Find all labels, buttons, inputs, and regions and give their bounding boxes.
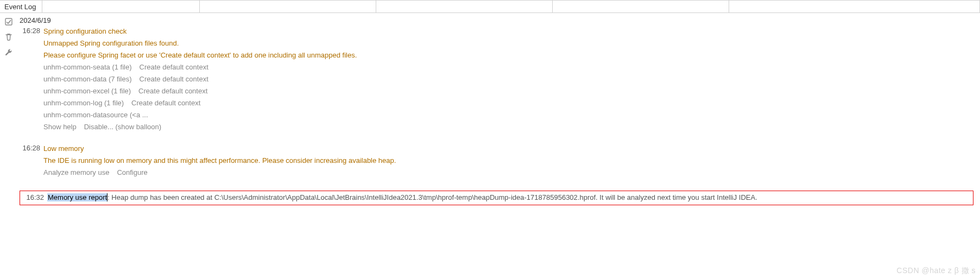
- log-time: 16:28: [20, 26, 40, 35]
- log-line: Please configure Spring facet or use 'Cr…: [43, 49, 977, 61]
- tabbar-spacer: [729, 1, 980, 12]
- module-name: unhm-common-log (1 file): [43, 98, 124, 108]
- svg-rect-0: [5, 18, 12, 25]
- mark-read-icon[interactable]: [4, 17, 13, 26]
- tabbar-spacer: [553, 1, 729, 12]
- create-context-link[interactable]: Create default context: [131, 98, 200, 108]
- module-name: unhm-common-data (7 files): [43, 74, 132, 84]
- module-name: unhm-common-excel (1 file): [43, 86, 131, 96]
- create-context-link[interactable]: Create default context: [138, 86, 207, 96]
- configure-link[interactable]: Configure: [117, 168, 147, 178]
- create-context-link[interactable]: Create default context: [140, 74, 208, 84]
- wrench-icon[interactable]: [4, 48, 13, 56]
- spacer: [20, 133, 977, 143]
- show-help-link[interactable]: Show help: [43, 122, 77, 132]
- module-row: unhm-common-seata (1 file) Create defaul…: [43, 61, 977, 73]
- log-entry: 16:28 Spring configuration check Unmappe…: [20, 26, 977, 133]
- spacer: [20, 179, 977, 188]
- tabbar-spacer: [376, 1, 553, 12]
- selected-text[interactable]: Memory use report: [47, 193, 108, 201]
- entry-actions: Show help Disable... (show balloon): [43, 121, 977, 133]
- disable-link[interactable]: Disable... (show balloon): [84, 122, 161, 132]
- analyze-memory-link[interactable]: Analyze memory use: [43, 168, 109, 178]
- log-line: Unmapped Spring configuration files foun…: [43, 37, 977, 49]
- module-row: unhm-common-log (1 file) Create default …: [43, 97, 977, 109]
- module-row: unhm-common-excel (1 file) Create defaul…: [43, 85, 977, 97]
- tool-window-gutter: [0, 13, 17, 278]
- event-log-content[interactable]: 2024/6/19 16:28 Spring configuration che…: [17, 13, 980, 278]
- create-context-link[interactable]: Create default context: [140, 62, 208, 72]
- trash-icon[interactable]: [4, 33, 13, 41]
- log-date: 2024/6/19: [20, 15, 977, 26]
- log-title: Spring configuration check: [43, 26, 977, 37]
- tabbar-spacer: [42, 1, 200, 12]
- log-time: 16:32: [23, 193, 44, 201]
- log-line: The IDE is running low on memory and thi…: [43, 155, 977, 167]
- tool-window-tabbar: Event Log: [0, 0, 980, 13]
- module-tail: unhm-common-datasource (<a ...: [43, 109, 977, 121]
- watermark: CSDN @hate z β 撒 s: [896, 266, 976, 276]
- module-name: unhm-common-seata (1 file): [43, 62, 132, 72]
- tabbar-spacer: [200, 1, 376, 12]
- log-line-rest: : Heap dump has been created at C:\Users…: [108, 193, 757, 201]
- log-entry-highlighted: 16:32 Memory use report: Heap dump has b…: [20, 191, 973, 205]
- log-time: 16:28: [20, 143, 40, 152]
- tab-event-log[interactable]: Event Log: [0, 1, 42, 12]
- log-title: Low memory: [43, 143, 977, 155]
- entry-actions: Analyze memory use Configure: [43, 167, 977, 179]
- log-entry: 16:28 Low memory The IDE is running low …: [20, 143, 977, 179]
- tab-label: Event Log: [4, 3, 36, 11]
- module-row: unhm-common-data (7 files) Create defaul…: [43, 73, 977, 85]
